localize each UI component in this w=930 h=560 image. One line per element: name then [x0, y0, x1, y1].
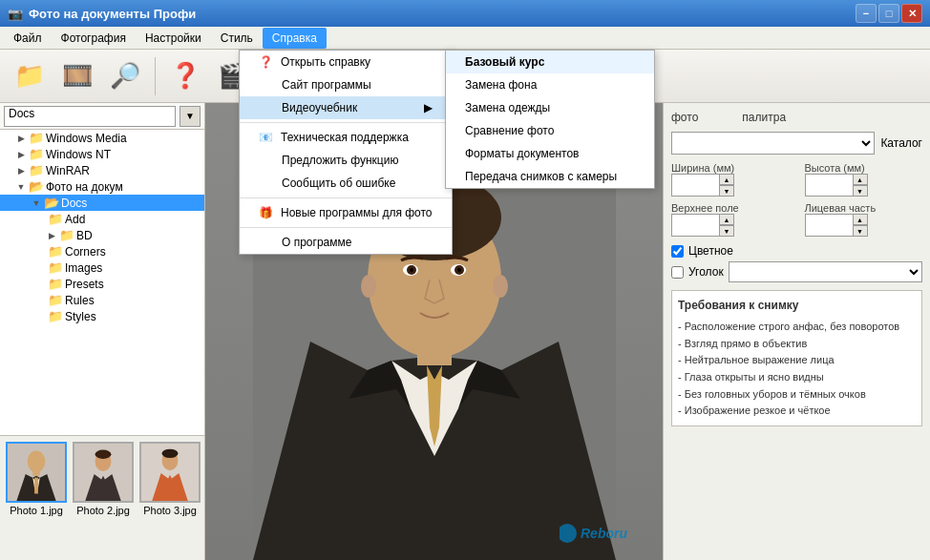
help-video-item[interactable]: Видеоучебник ▶	[240, 96, 452, 119]
top-field-label: Верхнее поле	[671, 202, 790, 214]
catalog-section: Каталог	[671, 132, 922, 155]
help-newprog-item[interactable]: 🎁 Новые программы для фото	[240, 201, 452, 224]
help-support-item[interactable]: 📧 Техническая поддержка	[240, 126, 452, 149]
tree-item-wnt[interactable]: ▶ 📁 Windows NT	[0, 146, 204, 162]
tree-item-corners[interactable]: 📁 Corners	[0, 243, 204, 259]
catalog-select[interactable]	[671, 132, 875, 155]
thumbnail-3[interactable]: Photo 3.jpg	[139, 442, 201, 516]
folder-icon: 📁	[29, 147, 44, 161]
thumbnail-2[interactable]: Photo 2.jpg	[73, 442, 134, 516]
help-suggest-item[interactable]: Предложить функцию	[240, 149, 452, 172]
menu-help[interactable]: Справка	[263, 28, 327, 49]
height-input[interactable]: 40	[805, 174, 853, 197]
face-up[interactable]: ▲	[853, 214, 868, 225]
catalog-label: Каталог	[880, 136, 922, 150]
folder-input[interactable]: Docs	[4, 106, 176, 127]
svg-rect-3	[34, 478, 38, 494]
help-menu-dropdown: ❓ Открыть справку Сайт программы Видеоуч…	[239, 50, 453, 255]
tree-item-wm[interactable]: ▶ 📁 Windows Media	[0, 130, 204, 146]
face-spinners: ▲ ▼	[853, 214, 868, 237]
height-down[interactable]: ▼	[853, 185, 868, 197]
folder-dropdown: Docs ▼	[0, 103, 204, 130]
close-button[interactable]: ✕	[901, 4, 922, 23]
palette-label: палитра	[742, 111, 786, 124]
req-item-1: - Расположение строго анфас, без поворот…	[678, 319, 916, 336]
menu-file[interactable]: Файл	[4, 28, 52, 49]
tree-item-styles[interactable]: 📁 Styles	[0, 308, 204, 324]
height-label: Высота (мм)	[805, 162, 923, 174]
width-label: Ширина (мм)	[671, 162, 790, 174]
help-report-item[interactable]: Сообщить об ошибке	[240, 172, 452, 195]
tool-save[interactable]: 🎞️	[55, 54, 99, 98]
corner-style-select[interactable]	[729, 261, 922, 282]
menu-sep-2	[240, 197, 452, 198]
color-checkbox[interactable]	[671, 245, 684, 258]
tree-label-docs: Docs	[61, 197, 87, 210]
top-input[interactable]: 4	[671, 214, 719, 237]
video-base-item[interactable]: Базовый курс	[446, 51, 654, 73]
folder-icon: 📁	[29, 131, 44, 145]
left-panel: Docs ▼ ▶ 📁 Windows Media ▶ 📁 Windows NT …	[0, 103, 205, 560]
help-open-item[interactable]: ❓ Открыть справку	[240, 51, 452, 73]
tree-item-add[interactable]: 📁 Add	[0, 211, 204, 227]
req-item-2: - Взгляд прямо в объектив	[678, 336, 916, 353]
face-input[interactable]: 12	[805, 214, 853, 237]
question-icon: ❓	[170, 61, 201, 91]
width-down[interactable]: ▼	[719, 185, 734, 197]
tree-item-bd[interactable]: ▶ 📁 BD	[0, 227, 204, 243]
video-docs-item[interactable]: Форматы документов	[446, 142, 654, 165]
svg-point-20	[361, 275, 376, 298]
face-part-group: Лицевая часть 12 ▲ ▼	[805, 202, 923, 237]
menu-settings[interactable]: Настройки	[136, 28, 211, 49]
height-up[interactable]: ▲	[853, 174, 868, 185]
top-down[interactable]: ▼	[719, 225, 734, 237]
tool-browse[interactable]: 🔎	[103, 54, 147, 98]
help-site-item[interactable]: Сайт программы	[240, 73, 452, 96]
corner-checkbox[interactable]	[671, 266, 684, 279]
svg-point-6	[95, 450, 112, 459]
svg-point-18	[410, 268, 413, 272]
tree-label-rules: Rules	[65, 294, 95, 307]
margins-row: Верхнее поле 4 ▲ ▼ Лицевая часть 12	[671, 202, 922, 237]
height-spinner: 40 ▲ ▼	[805, 174, 923, 197]
expander: ▶	[15, 149, 27, 160]
tree-item-images[interactable]: 📁 Images	[0, 259, 204, 276]
search-icon: 🔎	[110, 61, 140, 91]
corner-checkbox-row: Уголок	[671, 261, 922, 282]
video-compare-item[interactable]: Сравнение фото	[446, 119, 654, 142]
tree-label-corners: Corners	[65, 245, 106, 259]
tree-item-rules[interactable]: 📁 Rules	[0, 292, 204, 308]
menu-style[interactable]: Стиль	[211, 28, 263, 49]
thumbnail-1[interactable]: Photo 1.jpg	[6, 442, 67, 516]
req-item-6: - Изображение резкое и чёткое	[678, 403, 916, 420]
svg-point-21	[493, 275, 508, 298]
toolbar-separator	[155, 57, 156, 95]
folder-icon: 📁	[48, 277, 63, 291]
video-bg-item[interactable]: Замена фона	[446, 73, 654, 96]
thumbnails-panel: Photo 1.jpg Photo 2.jpg	[0, 436, 204, 560]
top-field-group: Верхнее поле 4 ▲ ▼	[671, 202, 790, 237]
tree-item-presets[interactable]: 📁 Presets	[0, 276, 204, 292]
folder-dropdown-arrow[interactable]: ▼	[180, 106, 201, 127]
width-input[interactable]: 30	[671, 174, 719, 197]
menu-photo[interactable]: Фотография	[52, 28, 136, 49]
tree-item-photo[interactable]: ▼ 📂 Фото на докум	[0, 178, 204, 195]
maximize-button[interactable]: □	[878, 4, 899, 23]
menu-sep-1	[240, 122, 452, 123]
minimize-button[interactable]: −	[856, 4, 877, 23]
top-spinner: 4 ▲ ▼	[671, 214, 790, 237]
width-up[interactable]: ▲	[719, 174, 734, 185]
tree-label-add: Add	[65, 213, 85, 226]
help-about-item[interactable]: О программе	[240, 231, 452, 254]
tree-item-wr[interactable]: ▶ 📁 WinRAR	[0, 162, 204, 178]
tree-item-docs[interactable]: ▼ 📂 Docs	[0, 195, 204, 211]
tree-label-presets: Presets	[65, 278, 104, 291]
top-up[interactable]: ▲	[719, 214, 734, 225]
video-camera-item[interactable]: Передача снимков с камеры	[446, 165, 654, 188]
folder-icon: 📁	[29, 163, 44, 177]
video-cloth-item[interactable]: Замена одежды	[446, 96, 654, 119]
tool-open[interactable]: 📁	[8, 54, 52, 98]
face-down[interactable]: ▼	[853, 225, 868, 237]
catalog-row: Каталог	[671, 132, 922, 155]
tool-face[interactable]: ❓	[163, 54, 207, 98]
